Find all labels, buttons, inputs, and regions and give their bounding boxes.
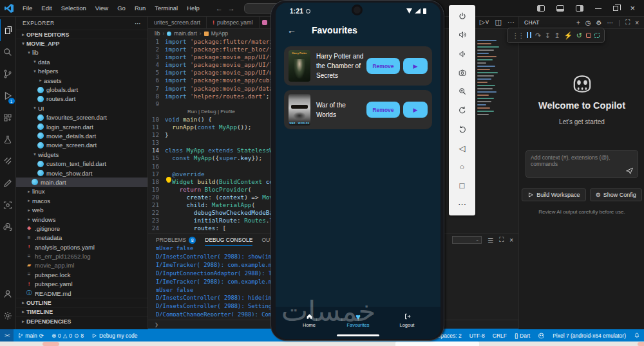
send-icon[interactable] (625, 167, 634, 175)
tree-item-widgets[interactable]: ▾widgets (16, 150, 147, 159)
menu-terminal[interactable]: Terminal (150, 5, 182, 12)
tree-item-windows[interactable]: ▸windows (16, 215, 147, 224)
tree-item--metadata[interactable]: ≡.metadata (16, 233, 147, 242)
toggle-panel-icon[interactable] (556, 5, 564, 12)
menu-run[interactable]: Run (130, 5, 150, 12)
tree-item-main-dart[interactable]: main.dart (16, 178, 147, 187)
word-wrap-icon[interactable]: ☰ (488, 237, 493, 244)
history-icon[interactable]: ◷ (585, 19, 591, 26)
tree-item-linux[interactable]: ▸linux (16, 187, 147, 196)
show-config-button[interactable]: ⚙ Show Config (590, 188, 642, 201)
nav-item-favourites[interactable]: ♥Favourites (339, 313, 377, 328)
tree-item-login-screen-dart[interactable]: login_screen.dart (16, 122, 147, 131)
chat-settings-icon[interactable]: ⚙ (596, 19, 602, 26)
maximize-panel-icon[interactable]: ⛶ (499, 236, 504, 244)
step-into-icon[interactable]: ↧ (545, 32, 551, 39)
copilot-status-icon[interactable] (534, 329, 549, 341)
new-chat-icon[interactable]: + (576, 19, 580, 26)
status-device[interactable]: Pixel 7 (android-x64 emulator) (549, 329, 630, 341)
menu-view[interactable]: View (91, 5, 113, 12)
tree-item-globals-dart[interactable]: globals.dart (16, 85, 147, 94)
chat-input[interactable]: Add context (#), extensions (@), command… (526, 150, 638, 178)
nav-item-logout[interactable]: Logout (388, 313, 426, 328)
chat-more-icon[interactable]: ⋯ (607, 19, 614, 26)
menu-selection[interactable]: Selection (57, 5, 91, 12)
emulator-zoom-in-icon[interactable] (457, 86, 468, 97)
tree-item-custom-text-field-dart[interactable]: custom_text_field.dart (16, 159, 147, 168)
tree-section-movie-app[interactable]: ▾MOVIE_APP (16, 39, 147, 48)
toggle-sidebar-icon[interactable] (537, 5, 545, 12)
menu-file[interactable]: File (18, 5, 37, 12)
tree-section-outline[interactable]: ▸OUTLINE (16, 298, 147, 307)
step-over-icon[interactable]: ↷ (535, 32, 541, 39)
activity-account-icon[interactable] (0, 283, 16, 305)
activity-settings-icon[interactable] (0, 305, 16, 327)
breadcrumb-main-dart[interactable]: main.dart (174, 30, 196, 37)
status--dart[interactable]: {} Dart (511, 329, 534, 341)
tree-item-analysis-options-yaml[interactable]: !analysis_options.yaml (16, 242, 147, 251)
emulator-back-icon[interactable]: ◁ (457, 142, 468, 154)
tree-item-pubspec-lock[interactable]: ≡pubspec.lock (16, 270, 147, 279)
detach-icon[interactable] (594, 32, 600, 39)
tree-item-movie-app-iml[interactable]: ▰movie_app.iml (16, 261, 147, 270)
run-dropdown-icon[interactable]: ▷˅ (480, 18, 489, 26)
status-crlf[interactable]: CRLF (489, 329, 511, 341)
tree-item-lib[interactable]: ▾lib (16, 48, 147, 57)
minimap[interactable] (477, 40, 500, 117)
toggle-secondary-sidebar-icon[interactable] (576, 5, 583, 12)
close-button[interactable]: × (630, 5, 635, 12)
restore-button[interactable] (613, 6, 618, 11)
close-panel-icon[interactable]: × (509, 237, 513, 244)
tree-item-hs-err-pid12652-log[interactable]: ≡hs_err_pid12652.log (16, 251, 147, 260)
emulator-volume-up-icon[interactable] (457, 29, 468, 41)
tab-pubspec-yaml[interactable]: ! pubspec.yaml (207, 17, 260, 28)
explorer-more-icon[interactable]: ⋯ (135, 20, 141, 27)
tree-item-favourites-screen-dart[interactable]: favourites_screen.dart (16, 113, 147, 122)
problems-item[interactable]: ⊗0 △0 ⊙8 (48, 329, 88, 341)
stop-icon[interactable] (586, 32, 591, 39)
debug-console-output[interactable]: mUser falseD/InsetsController( 2988): sh… (156, 244, 285, 316)
emulator-more-icon[interactable]: ⋯ (457, 199, 468, 210)
tree-item-movie-screen-dart[interactable]: movie_screen.dart (16, 141, 147, 150)
emulator-rotate-cw-icon[interactable] (457, 123, 468, 135)
tree-item-web[interactable]: ▸web (16, 205, 147, 214)
pause-icon[interactable] (527, 32, 531, 39)
hot-reload-icon[interactable]: ⚡ (564, 32, 573, 39)
codelens-run-debug-profile[interactable]: Run | Debug | Profile (165, 108, 235, 116)
git-branch-item[interactable]: main ⟳ (14, 329, 48, 341)
emulator-overview-icon[interactable]: □ (457, 180, 468, 192)
build-workspace-button[interactable]: Build Workspace (522, 188, 585, 201)
tab-chat[interactable]: CHAT (524, 17, 540, 29)
activity-explorer-icon[interactable] (0, 19, 16, 41)
activity-search-icon[interactable] (0, 41, 16, 63)
activity-screen-capture-icon[interactable] (0, 194, 16, 216)
emulator-power-icon[interactable] (457, 10, 468, 22)
tree-item-macos[interactable]: ▸macos (16, 196, 147, 205)
activity-run-debug-icon[interactable]: 1 (0, 85, 16, 107)
minimize-button[interactable] (595, 8, 601, 9)
expand-chat-icon[interactable]: ⛶ (625, 19, 630, 26)
activity-source-control-icon[interactable] (0, 63, 16, 85)
menu-help[interactable]: Help (182, 5, 204, 12)
nav-back-arrow[interactable]: ← (213, 5, 225, 12)
tree-item--gitignore[interactable]: ◆.gitignore (16, 224, 147, 233)
notifications-bell-icon[interactable] (630, 329, 644, 341)
emulator-rotate-ccw-icon[interactable] (457, 104, 468, 116)
sync-icon[interactable]: ⟳ (39, 332, 44, 339)
emulator-home-icon[interactable]: ○ (457, 161, 468, 172)
menu-go[interactable]: Go (113, 5, 130, 12)
step-out-icon[interactable]: ↥ (554, 32, 560, 39)
restart-icon[interactable]: ↺ (576, 32, 582, 39)
activity-testing-icon[interactable] (0, 129, 16, 150)
tree-item-movie-show-dart[interactable]: movie_show.dart (16, 168, 147, 178)
tree-section-dependencies[interactable]: ▸DEPENDENCIES (16, 316, 147, 325)
activity-python-icon[interactable] (0, 216, 16, 238)
back-arrow-icon[interactable]: ← (287, 25, 296, 35)
emulator-camera-icon[interactable] (457, 67, 468, 78)
tree-item-UI[interactable]: ▾UI (16, 104, 147, 113)
nav-forward-arrow[interactable]: → (225, 5, 238, 12)
tree-item-data[interactable]: ▾data (16, 57, 147, 66)
emulator-volume-down-icon[interactable] (457, 48, 468, 60)
menu-edit[interactable]: Edit (37, 5, 56, 12)
split-editor-icon[interactable]: ◫ (495, 18, 502, 26)
